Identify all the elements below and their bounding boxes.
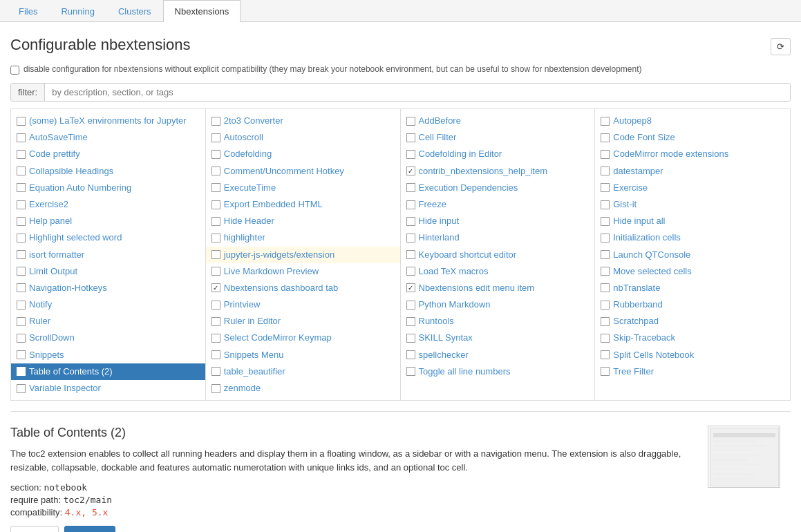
ext-col-1: 2to3 ConverterAutoscrollCodefoldingComme… — [206, 109, 401, 400]
ext-item-scrolldown[interactable]: ScrollDown — [11, 330, 205, 346]
ext-item-limit-output[interactable]: Limit Output — [11, 263, 205, 280]
ext-checkbox-python-markdown — [406, 301, 415, 310]
ext-item-notify[interactable]: Notify — [11, 296, 205, 313]
ext-checkbox-ruler — [17, 317, 26, 326]
detail-section: Table of Contents (2) The toc2 extension… — [10, 419, 791, 532]
ext-label-scratchpad: Scratchpad — [613, 315, 659, 327]
ext-item-highlighter[interactable]: highlighter — [206, 229, 400, 246]
ext-label-cell-filter: Cell Filter — [419, 131, 457, 144]
ext-item-toc2[interactable]: Table of Contents (2) — [11, 363, 205, 380]
ext-item-table-beautifier[interactable]: table_beautifier — [206, 363, 400, 380]
ext-item-skip-traceback[interactable]: Skip-Traceback — [595, 330, 790, 346]
ext-item-highlight-word[interactable]: Highlight selected word — [11, 229, 205, 246]
ext-item-isort-formatter[interactable]: isort formatter — [11, 247, 205, 263]
filter-input[interactable] — [45, 84, 790, 101]
ext-item-help-panel[interactable]: Help panel — [11, 213, 205, 229]
ext-item-ruler-in-editor[interactable]: Ruler in Editor — [206, 313, 400, 330]
ext-item-rubberband[interactable]: Rubberband — [595, 296, 790, 313]
ext-item-execution-deps[interactable]: Execution Dependencies — [401, 180, 595, 196]
ext-item-split-cells[interactable]: Split Cells Notebook — [595, 347, 790, 363]
ext-item-addbefore[interactable]: AddBefore — [401, 113, 595, 129]
disable-checkbox[interactable] — [10, 66, 19, 75]
ext-item-exercise[interactable]: Exercise — [595, 180, 790, 196]
ext-item-codefolding-editor[interactable]: Codefolding in Editor — [401, 146, 595, 162]
ext-item-nbtranslate[interactable]: nbTranslate — [595, 280, 790, 296]
ext-item-move-selected-cells[interactable]: Move selected cells — [595, 263, 790, 280]
ext-item-export-embedded[interactable]: Export Embedded HTML — [206, 196, 400, 213]
ext-checkbox-cell-filter — [406, 133, 415, 142]
ext-item-nbextensions-dashboard[interactable]: Nbextensions dashboard tab — [206, 280, 400, 296]
ext-item-jupyter-js-widgets[interactable]: jupyter-js-widgets/extension — [206, 247, 400, 263]
tab-clusters[interactable]: Clusters — [106, 0, 163, 22]
ext-item-autopep8[interactable]: Autopep8 — [595, 113, 790, 129]
ext-item-keyboard-shortcut[interactable]: Keyboard shortcut editor — [401, 247, 595, 263]
ext-item-skill-syntax[interactable]: SKILL Syntax — [401, 330, 595, 346]
ext-label-ruler: Ruler — [29, 315, 50, 327]
ext-item-launch-qtconsole[interactable]: Launch QTConsole — [595, 247, 790, 263]
ext-checkbox-execution-deps — [406, 183, 415, 192]
tab-running[interactable]: Running — [49, 0, 106, 22]
ext-checkbox-table-beautifier — [211, 367, 220, 376]
ext-item-contrib-nbext[interactable]: contrib_nbextensions_help_item — [401, 163, 595, 180]
ext-item-zenmode[interactable]: zenmode — [206, 380, 400, 397]
ext-item-snippets[interactable]: Snippets — [11, 347, 205, 363]
ext-item-select-codemirror[interactable]: Select CodeMirror Keymap — [206, 330, 400, 346]
ext-item-freeze[interactable]: Freeze — [401, 196, 595, 213]
ext-checkbox-scrolldown — [17, 334, 26, 343]
ext-checkbox-latex-env — [17, 117, 26, 126]
ext-item-collapsible-headings[interactable]: Collapsible Headings — [11, 163, 205, 180]
ext-item-load-tex[interactable]: Load TeX macros — [401, 263, 595, 280]
separator — [10, 411, 791, 412]
ext-item-tree-filter[interactable]: Tree Filter — [595, 363, 790, 380]
ext-item-gist-it[interactable]: Gist-it — [595, 196, 790, 213]
ext-checkbox-move-selected-cells — [601, 267, 610, 276]
ext-checkbox-codefolding-editor — [406, 150, 415, 159]
ext-label-hinterland: Hinterland — [419, 231, 460, 244]
ext-item-cell-filter[interactable]: Cell Filter — [401, 129, 595, 146]
ext-item-navigation-hotkeys[interactable]: Navigation-Hotkeys — [11, 280, 205, 296]
ext-item-init-cells[interactable]: Initialization cells — [595, 229, 790, 246]
svg-rect-4 — [713, 449, 751, 451]
ext-item-codefolding[interactable]: Codefolding — [206, 146, 400, 162]
ext-item-runtools[interactable]: Runtools — [401, 313, 595, 330]
ext-item-variable-inspector[interactable]: Variable Inspector — [11, 380, 205, 397]
ext-checkbox-addbefore — [406, 117, 415, 126]
ext-item-printview[interactable]: Printview — [206, 296, 400, 313]
ext-item-hide-input[interactable]: Hide input — [401, 213, 595, 229]
ext-item-autosavetime[interactable]: AutoSaveTime — [11, 129, 205, 146]
ext-item-datestamper[interactable]: datestamper — [595, 163, 790, 180]
ext-item-latex-env[interactable]: (some) LaTeX environments for Jupyter — [11, 113, 205, 129]
ext-item-scratchpad[interactable]: Scratchpad — [595, 313, 790, 330]
ext-label-ruler-in-editor: Ruler in Editor — [224, 315, 281, 327]
ext-item-live-markdown[interactable]: Live Markdown Preview — [206, 263, 400, 280]
ext-item-executetime[interactable]: ExecuteTime — [206, 180, 400, 196]
refresh-button[interactable]: ⟳ — [771, 38, 791, 55]
tab-nbextensions[interactable]: Nbextensions — [163, 0, 241, 22]
ext-checkbox-comment-uncomment — [211, 167, 220, 175]
ext-item-codemirror-ext[interactable]: CodeMirror mode extensions — [595, 146, 790, 162]
ext-item-python-markdown[interactable]: Python Markdown — [401, 296, 595, 313]
ext-label-limit-output: Limit Output — [29, 265, 77, 278]
ext-item-comment-uncomment[interactable]: Comment/Uncomment Hotkey — [206, 163, 400, 180]
ext-item-exercise2[interactable]: Exercise2 — [11, 196, 205, 213]
ext-item-code-prettify[interactable]: Code prettify — [11, 146, 205, 162]
ext-label-autopep8: Autopep8 — [613, 115, 652, 127]
ext-label-highlight-word: Highlight selected word — [29, 231, 122, 244]
ext-item-spellchecker[interactable]: spellchecker — [401, 347, 595, 363]
ext-item-toggle-line-numbers[interactable]: Toggle all line numbers — [401, 363, 595, 380]
ext-item-equation-auto[interactable]: Equation Auto Numbering — [11, 180, 205, 196]
enable-button[interactable]: Enable — [10, 526, 59, 532]
ext-item-snippets-menu[interactable]: Snippets Menu — [206, 347, 400, 363]
ext-item-hinterland[interactable]: Hinterland — [401, 229, 595, 246]
ext-item-ruler[interactable]: Ruler — [11, 313, 205, 330]
ext-item-autoscroll[interactable]: Autoscroll — [206, 129, 400, 146]
ext-label-execution-deps: Execution Dependencies — [419, 182, 518, 194]
tab-files[interactable]: Files — [7, 0, 49, 22]
disable-button[interactable]: Disable — [64, 526, 115, 532]
ext-item-hide-input-all[interactable]: Hide input all — [595, 213, 790, 229]
ext-item-nbext-edit-menu[interactable]: Nbextensions edit menu item — [401, 280, 595, 296]
ext-item-2to3[interactable]: 2to3 Converter — [206, 113, 400, 129]
ext-item-hide-header[interactable]: Hide Header — [206, 213, 400, 229]
ext-item-code-font-size[interactable]: Code Font Size — [595, 129, 790, 146]
ext-checkbox-help-panel — [17, 217, 26, 226]
